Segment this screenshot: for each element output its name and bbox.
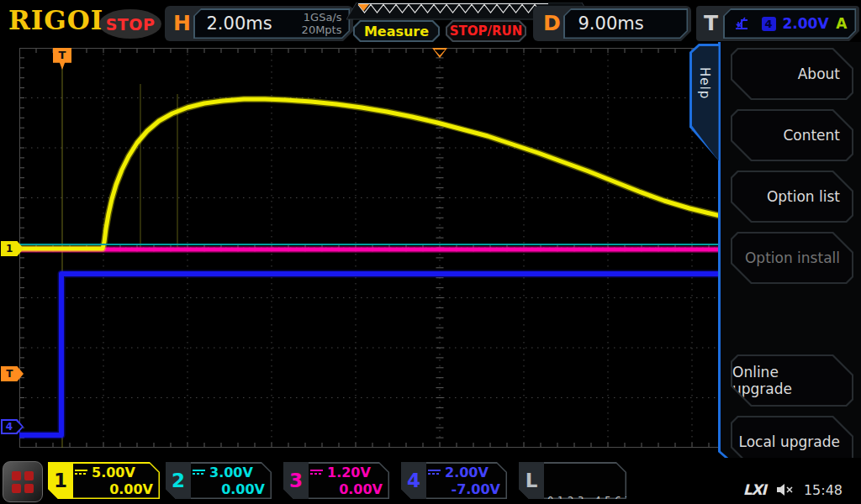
horizontal-timebase-box[interactable]: H 2.00ms 1GSa/s 20Mpts — [165, 6, 353, 41]
trigger-label: T — [704, 6, 718, 41]
timebase-value-box[interactable]: 2.00ms 1GSa/s 20Mpts — [193, 8, 350, 39]
acquisition-info: 1GSa/s 20Mpts — [302, 11, 342, 36]
menu-item-label: Option install — [745, 249, 840, 266]
run-state-badge: STOP — [99, 9, 161, 39]
timebase-label: H — [173, 6, 191, 41]
memory-depth: 20Mpts — [302, 24, 342, 36]
menu-item-online-upgrade[interactable]: Online upgrade — [731, 354, 853, 407]
ch1-trace — [19, 99, 721, 249]
speaker-muted-icon[interactable] — [776, 483, 794, 496]
menu-item-label: Option list — [767, 188, 840, 205]
clock: 15:48 — [804, 482, 843, 498]
lxi-indicator: LXI — [743, 481, 766, 498]
trigger-mode: A — [836, 15, 847, 32]
menu-item-label: Online upgrade — [732, 364, 840, 397]
stop-run-button[interactable]: STOP/RUN — [446, 20, 526, 42]
trigger-box[interactable]: T 4 2.00V A — [696, 6, 859, 41]
coupling-dc-icon — [428, 470, 441, 475]
menu-item-label: Local upgrade — [739, 433, 840, 450]
delay-value-box[interactable]: 9.00ms — [563, 8, 688, 39]
timebase-value: 2.00ms — [207, 13, 272, 34]
menu-item-label: About — [798, 66, 840, 82]
trigger-source-badge: 4 — [762, 17, 776, 31]
delay-value: 9.00ms — [578, 13, 644, 34]
stop-run-label: STOP/RUN — [450, 24, 523, 39]
help-menu-panel: AboutContentOption listOption installOnl… — [718, 42, 861, 475]
rigol-logo: RIGOL — [8, 5, 110, 35]
coupling-dc-icon — [310, 470, 323, 475]
menu-item-label: Content — [783, 127, 840, 144]
measure-label: Measure — [364, 24, 429, 39]
menu-item-option-install: Option install — [731, 232, 853, 284]
status-strip: LXI 15:48 — [0, 475, 861, 504]
trigger-slope-icon — [733, 15, 750, 32]
sample-rate: 1GSa/s — [302, 11, 342, 24]
coupling-dc-icon — [75, 470, 87, 475]
run-state-label: STOP — [106, 15, 156, 34]
coupling-dc-icon — [193, 470, 205, 475]
trigger-level: 2.00V — [783, 15, 829, 32]
top-bar: RIGOL STOP H 2.00ms 1GSa/s 20Mpts Measur… — [0, 0, 861, 42]
measure-button[interactable]: Measure — [353, 20, 440, 42]
menu-item-content[interactable]: Content — [731, 109, 853, 161]
trigger-value-box[interactable]: 4 2.00V A — [723, 8, 856, 39]
menu-item-about[interactable]: About — [731, 48, 853, 100]
help-tab-label: Help — [697, 67, 712, 99]
ch4-trace — [19, 274, 721, 435]
delay-box[interactable]: D 9.00ms — [533, 6, 691, 41]
delay-label: D — [543, 6, 561, 41]
menu-item-option-list[interactable]: Option list — [731, 171, 853, 223]
